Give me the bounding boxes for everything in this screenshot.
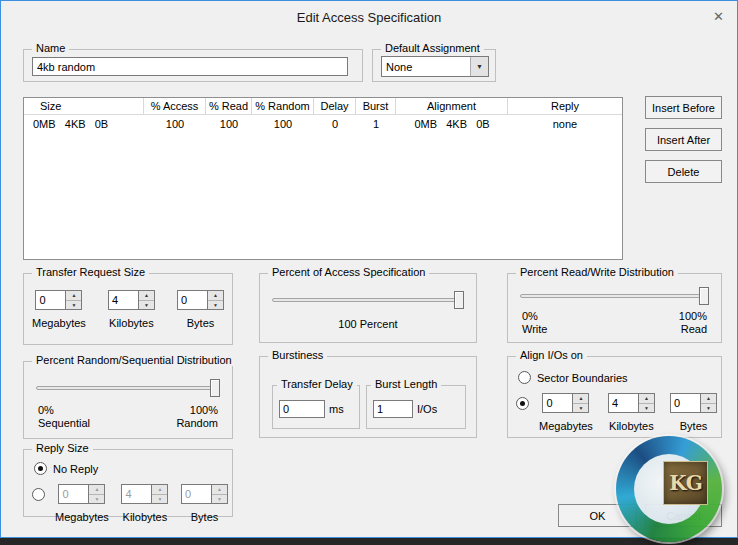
bytes-spinner[interactable]: ▲ ▼ (181, 484, 228, 504)
spin-up-icon[interactable]: ▲ (66, 291, 81, 301)
delete-button[interactable]: Delete (645, 160, 722, 183)
column-header-delay[interactable]: Delay (314, 98, 356, 115)
kilobytes-spinner[interactable]: ▲ ▼ (608, 393, 655, 413)
column-header-alignment[interactable]: Alignment (396, 98, 508, 115)
column-header-read[interactable]: % Read (206, 98, 252, 115)
slider-groove (520, 294, 709, 298)
table-row[interactable]: 0MB 4KB 0B 100 100 100 0 1 0MB 4KB 0B no… (24, 115, 622, 132)
kilobytes-unit-label: Kilobytes (123, 511, 168, 523)
transfer-delay-unit: ms (329, 403, 344, 415)
transfer-delay-input[interactable] (279, 400, 325, 418)
align-custom-option[interactable]: ▲ ▼ Megabytes ▲ ▼ Kilobytes (516, 393, 717, 432)
burst-length-input[interactable] (373, 400, 413, 418)
slider-thumb[interactable] (699, 287, 709, 305)
bytes-input[interactable] (670, 393, 700, 413)
megabytes-spinner[interactable]: ▲ ▼ (58, 484, 105, 504)
sector-boundaries-option[interactable]: Sector Boundaries (518, 371, 628, 384)
column-header-random[interactable]: % Random (252, 98, 314, 115)
cell-random: 100 (252, 115, 314, 132)
burst-length-row: I/Os (373, 400, 437, 418)
reply-custom-radio[interactable] (32, 488, 45, 501)
align-ios-group: Align I/Os on Sector Boundaries ▲ ▼ Mega… (507, 356, 722, 438)
spin-down-icon[interactable]: ▼ (139, 301, 154, 310)
spin-up-icon[interactable]: ▲ (89, 485, 104, 495)
default-assignment-value: None (382, 61, 470, 73)
kilobytes-spinner[interactable]: ▲ ▼ (108, 290, 155, 310)
random-sequential-slider[interactable] (36, 378, 220, 398)
default-assignment-group: Default Assignment None ▼ (372, 49, 496, 82)
kilobytes-spinner[interactable]: ▲ ▼ (121, 484, 168, 504)
sequential-percent: 0% (38, 404, 90, 417)
megabytes-spinner[interactable]: ▲ ▼ (542, 393, 589, 413)
spin-up-icon[interactable]: ▲ (573, 394, 588, 404)
spinner-arrows: ▲ ▼ (88, 484, 105, 504)
spin-down-icon[interactable]: ▼ (208, 301, 223, 310)
insert-after-button[interactable]: Insert After (645, 128, 722, 151)
random-label: 100% Random (176, 404, 218, 430)
read-write-slider[interactable] (520, 286, 709, 306)
column-header-reply[interactable]: Reply (508, 98, 622, 115)
spin-up-icon[interactable]: ▲ (152, 485, 167, 495)
name-input[interactable] (32, 57, 348, 76)
spin-down-icon[interactable]: ▼ (212, 495, 227, 504)
column-header-burst[interactable]: Burst (356, 98, 396, 115)
burst-length-group: Burst Length I/Os (366, 385, 466, 429)
spin-up-icon[interactable]: ▲ (208, 291, 223, 301)
spin-up-icon[interactable]: ▲ (139, 291, 154, 301)
transfer-delay-group: Transfer Delay ms (272, 385, 360, 429)
bytes-unit-label: Bytes (191, 511, 219, 523)
bytes-spinner[interactable]: ▲ ▼ (177, 290, 224, 310)
align-spinners: ▲ ▼ Megabytes ▲ ▼ Kilobytes (539, 393, 717, 432)
transfer-size-megabytes: ▲ ▼ Megabytes (32, 290, 86, 329)
transfer-size-kilobytes: ▲ ▼ Kilobytes (108, 290, 155, 329)
slider-thumb[interactable] (454, 291, 464, 309)
megabytes-spinner[interactable]: ▲ ▼ (35, 290, 82, 310)
spinner-arrows: ▲ ▼ (211, 484, 228, 504)
spin-up-icon[interactable]: ▲ (701, 394, 716, 404)
spin-down-icon[interactable]: ▼ (701, 404, 716, 413)
align-megabytes: ▲ ▼ Megabytes (539, 393, 593, 432)
insert-before-button[interactable]: Insert Before (645, 96, 722, 119)
bytes-input[interactable] (177, 290, 207, 310)
spin-up-icon[interactable]: ▲ (212, 485, 227, 495)
burstiness-label: Burstiness (268, 349, 327, 361)
transfer-delay-row: ms (279, 400, 344, 418)
spin-down-icon[interactable]: ▼ (639, 404, 654, 413)
no-reply-option[interactable]: No Reply (34, 462, 98, 475)
align-ios-label: Align I/Os on (516, 349, 587, 361)
spin-down-icon[interactable]: ▼ (152, 495, 167, 504)
megabytes-input[interactable] (35, 290, 65, 310)
close-icon[interactable]: ✕ (713, 9, 724, 24)
percent-access-slider[interactable] (272, 290, 464, 310)
reply-custom-option[interactable]: ▲ ▼ Megabytes ▲ ▼ Kilobytes (32, 484, 228, 523)
bytes-input[interactable] (181, 484, 211, 504)
transfer-request-size-label: Transfer Request Size (32, 266, 149, 278)
kilobytes-input[interactable] (108, 290, 138, 310)
spin-down-icon[interactable]: ▼ (66, 301, 81, 310)
random-sequential-labels: 0% Sequential 100% Random (38, 404, 218, 430)
kitguru-watermark-logo: KG (616, 436, 726, 545)
spin-up-icon[interactable]: ▲ (639, 394, 654, 404)
read-percent: 100% (679, 310, 707, 323)
no-reply-radio[interactable] (34, 462, 47, 475)
slider-thumb[interactable] (210, 379, 220, 397)
read-write-distribution-group: Percent Read/Write Distribution 0% Write… (507, 273, 722, 343)
column-header-access[interactable]: % Access (144, 98, 206, 115)
spin-down-icon[interactable]: ▼ (89, 495, 104, 504)
bytes-spinner[interactable]: ▲ ▼ (670, 393, 717, 413)
align-custom-radio[interactable] (516, 397, 529, 410)
megabytes-input[interactable] (542, 393, 572, 413)
default-assignment-select[interactable]: None ▼ (381, 56, 489, 77)
slider-groove (272, 298, 464, 302)
cell-read: 100 (206, 115, 252, 132)
transfer-size-spinners: ▲ ▼ Megabytes ▲ ▼ Kilobytes (32, 290, 224, 329)
column-header-size[interactable]: Size (24, 98, 144, 115)
kilobytes-input[interactable] (121, 484, 151, 504)
dropdown-arrow-icon[interactable]: ▼ (470, 57, 488, 76)
logo-kg-monogram: KG (663, 461, 708, 505)
sector-boundaries-radio[interactable] (518, 371, 531, 384)
megabytes-unit-label: Megabytes (539, 420, 593, 432)
spin-down-icon[interactable]: ▼ (573, 404, 588, 413)
megabytes-input[interactable] (58, 484, 88, 504)
kilobytes-input[interactable] (608, 393, 638, 413)
